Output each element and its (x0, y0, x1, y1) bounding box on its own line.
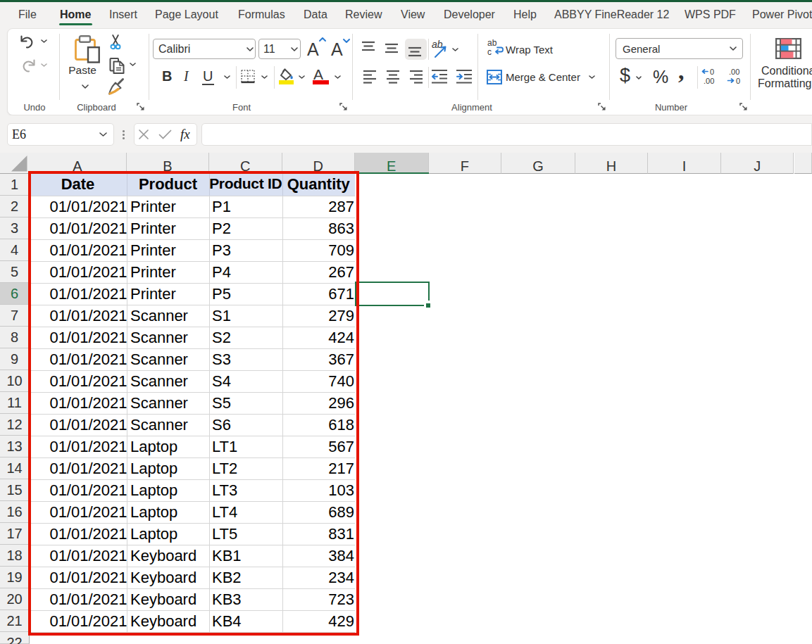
svg-text:.00: .00 (729, 68, 739, 76)
svg-text:.00: .00 (704, 77, 714, 85)
svg-text:0: 0 (710, 68, 714, 76)
svg-text:0: 0 (736, 77, 740, 85)
svg-text:c: c (487, 47, 492, 56)
